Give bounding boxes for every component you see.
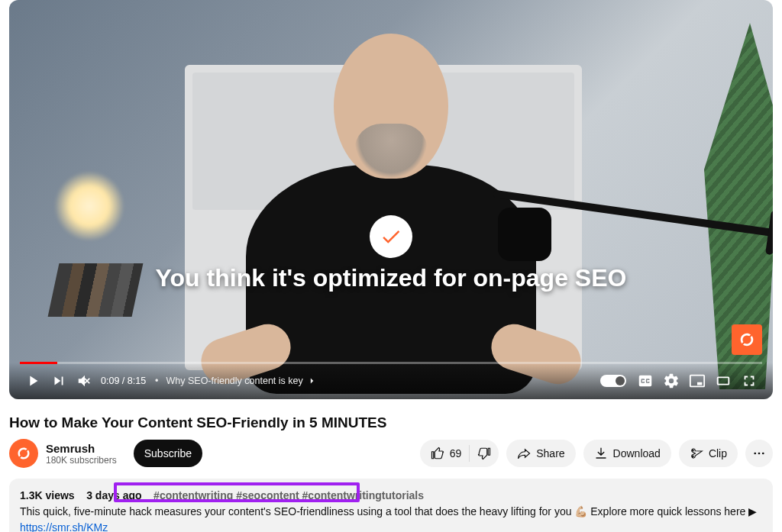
subtitles-button[interactable] xyxy=(632,368,658,394)
download-icon xyxy=(594,447,608,460)
more-actions-button[interactable] xyxy=(745,440,773,467)
description-box[interactable]: 1.3K views 3 days ago #contentwriting #s… xyxy=(9,479,773,532)
video-player[interactable]: You think it's optimized for on-page SEO… xyxy=(9,0,773,399)
video-title: How to Make Your Content SEO-Friendly in… xyxy=(9,414,773,431)
description-link[interactable]: https://smr.sh/KMz xyxy=(20,521,108,532)
player-controls: 0:09 / 8:15 Why SEO-friendly content is … xyxy=(9,363,773,399)
share-icon xyxy=(517,447,531,460)
svg-point-0 xyxy=(754,453,756,455)
theater-button[interactable] xyxy=(710,368,736,394)
video-caption: You think it's optimized for on-page SEO xyxy=(116,263,666,293)
like-dislike-group: 69 xyxy=(420,440,499,467)
clip-button[interactable]: Clip xyxy=(679,440,738,467)
description-line-1: This quick, five-minute hack measures yo… xyxy=(20,505,757,532)
autoplay-toggle[interactable] xyxy=(600,375,626,387)
upload-age: 3 days ago xyxy=(86,489,141,501)
channel-watermark[interactable] xyxy=(732,324,762,355)
chapter-label[interactable]: Why SEO-friendly content is key xyxy=(150,376,317,386)
svg-point-1 xyxy=(758,453,761,455)
dislike-button[interactable] xyxy=(477,447,491,460)
brand-check-badge xyxy=(370,215,412,258)
channel-name[interactable]: Semrush xyxy=(46,442,117,455)
play-button[interactable] xyxy=(20,368,46,394)
scissors-icon xyxy=(690,447,703,460)
like-button[interactable]: 69 xyxy=(431,447,462,460)
subscriber-count: 180K subscribers xyxy=(46,455,117,466)
like-count: 69 xyxy=(450,447,462,459)
thumbs-up-icon xyxy=(431,447,444,460)
ellipsis-icon xyxy=(752,447,766,460)
next-button[interactable] xyxy=(46,368,72,394)
channel-avatar[interactable] xyxy=(9,439,38,468)
download-button[interactable]: Download xyxy=(583,440,671,467)
mute-button[interactable] xyxy=(72,368,98,394)
settings-button[interactable] xyxy=(658,368,684,394)
svg-point-2 xyxy=(762,453,764,455)
share-button[interactable]: Share xyxy=(506,440,575,467)
thumbs-down-icon xyxy=(477,447,491,460)
fullscreen-button[interactable] xyxy=(736,368,762,394)
video-frame: You think it's optimized for on-page SEO xyxy=(9,0,773,399)
subscribe-button[interactable]: Subscribe xyxy=(134,440,202,467)
metadata-row: Semrush 180K subscribers Subscribe 69 Sh… xyxy=(9,439,773,468)
miniplayer-button[interactable] xyxy=(684,368,710,394)
hashtags[interactable]: #contentwriting #seocontent #contentwrit… xyxy=(153,489,424,501)
time-display: 0:09 / 8:15 xyxy=(101,376,146,386)
view-count: 1.3K views xyxy=(20,489,75,501)
